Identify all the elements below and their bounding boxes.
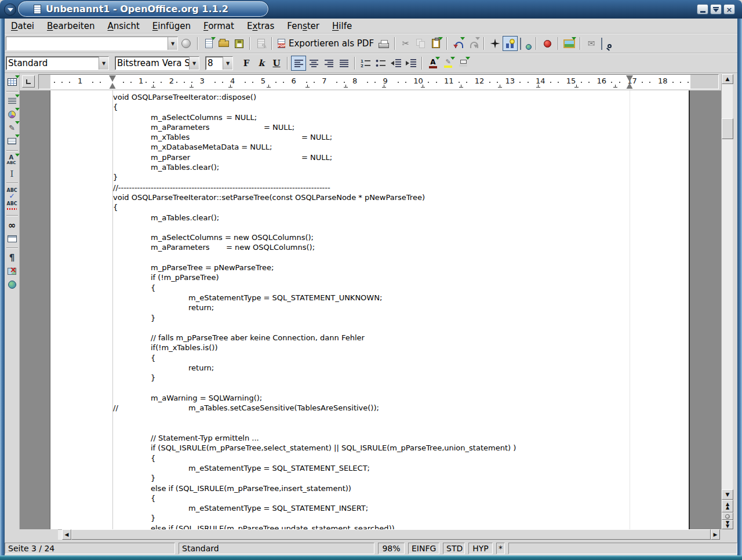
italic-button[interactable]: k — [254, 56, 269, 71]
url-dropdown-button[interactable]: ▼ — [168, 37, 177, 50]
status-insert-mode[interactable]: EINFG — [408, 543, 439, 554]
redo-button[interactable] — [465, 36, 481, 51]
bold-button[interactable]: F — [239, 56, 254, 71]
font-name-combobox[interactable]: Bitstream Vera S ▼ — [115, 56, 199, 70]
menu-extras[interactable]: Extras — [241, 20, 281, 32]
scroll-right-button[interactable]: ▶ — [711, 529, 720, 540]
undo-button[interactable] — [450, 36, 465, 51]
menu-einfuegen[interactable]: Einfügen — [146, 20, 197, 32]
menu-bearbeiten[interactable]: Bearbeiten — [41, 20, 101, 32]
edit-file-button[interactable] — [253, 36, 268, 51]
titlebar[interactable]: Unbenannt1 - OpenOffice.org 1.1.2 × — [0, 0, 742, 19]
export-pdf-button[interactable]: Exportieren als PDF — [275, 36, 376, 51]
cut-button[interactable]: ✂ — [398, 36, 413, 51]
menu-hilfe[interactable]: Hilfe — [326, 20, 358, 32]
vertical-scroll-thumb[interactable] — [722, 118, 733, 139]
font-color-button[interactable]: A — [425, 56, 441, 71]
navigator-button[interactable] — [488, 36, 503, 51]
print-button[interactable] — [376, 36, 391, 51]
paste-button[interactable] — [428, 36, 443, 51]
hyperlink-dialog-button[interactable] — [518, 36, 533, 51]
underline-button[interactable]: U — [269, 56, 284, 71]
send-mail-button[interactable]: ✉ — [584, 36, 599, 51]
ruler-tick-dot — [306, 82, 307, 83]
menu-datei[interactable]: Datei — [5, 20, 41, 32]
numbered-list-button[interactable]: 12 — [358, 56, 373, 71]
ruler-number: 7 — [322, 77, 326, 85]
ruler-tick-dot — [336, 82, 337, 83]
minimize-button[interactable] — [697, 4, 708, 14]
next-page-button[interactable]: ▼▼ — [722, 520, 733, 529]
document-page[interactable]: void OSQLParseTreeIterator::dispose() { … — [50, 90, 690, 529]
bullet-list-button[interactable] — [373, 56, 388, 71]
left-indent-marker[interactable] — [109, 75, 116, 89]
scroll-down-button[interactable]: ▼ — [722, 489, 733, 500]
find-replace-button[interactable]: ∞ — [5, 219, 19, 232]
insert-table-button[interactable] — [5, 75, 19, 89]
status-hyperlink-mode[interactable]: HYP — [468, 543, 493, 554]
horizontal-scroll-thumb[interactable] — [71, 529, 711, 540]
insert-object-button[interactable] — [5, 108, 19, 121]
url-input[interactable] — [6, 37, 168, 50]
font-size-dropdown[interactable]: ▼ — [223, 57, 232, 70]
decrease-indent-button[interactable] — [388, 56, 403, 71]
save-button[interactable] — [231, 36, 246, 51]
new-document-button[interactable] — [201, 36, 216, 51]
previous-page-button[interactable]: ▲▲ — [722, 500, 733, 512]
url-combobox[interactable]: ▼ — [6, 37, 178, 50]
scroll-up-button[interactable]: ▲ — [722, 74, 733, 84]
ruler-tick-dot — [283, 82, 284, 83]
increase-indent-button[interactable] — [403, 56, 419, 71]
toolbar-separator — [394, 37, 395, 50]
menu-ansicht[interactable]: Ansicht — [101, 20, 146, 32]
status-page-style[interactable]: Standard — [179, 543, 374, 554]
background-color-button[interactable] — [456, 56, 471, 71]
paragraph-style-dropdown[interactable]: ▼ — [99, 57, 108, 70]
status-page-number[interactable]: Seite 3 / 24 — [5, 543, 175, 554]
align-right-button[interactable] — [321, 56, 336, 71]
page-preview-button[interactable] — [599, 36, 614, 51]
draw-functions-button[interactable]: ✎ — [5, 121, 19, 134]
background-color-icon — [459, 60, 467, 67]
scroll-left-button[interactable]: ◀ — [62, 529, 71, 540]
font-name-dropdown[interactable]: ▼ — [189, 57, 199, 70]
undo-icon — [454, 40, 463, 48]
close-button[interactable]: × — [723, 4, 735, 14]
highlighting-button[interactable]: ✎ — [441, 56, 456, 71]
direct-cursor-button[interactable]: I — [5, 167, 19, 180]
graphics-on-off-button[interactable] — [5, 264, 19, 278]
horizontal-scrollbar[interactable]: ◀ ▶ — [5, 529, 733, 540]
tab-type-selector-button[interactable] — [22, 75, 35, 88]
align-left-button[interactable] — [291, 56, 306, 71]
auto-spellcheck-button[interactable] — [5, 199, 19, 213]
menu-format[interactable]: Format — [197, 20, 241, 32]
insert-fields-button[interactable] — [5, 94, 19, 108]
nonprinting-characters-button[interactable]: ¶ — [5, 251, 19, 264]
copy-button[interactable] — [413, 36, 428, 51]
ruler-scale[interactable]: 1123456789101112131415161718 — [38, 74, 719, 89]
paragraph-style-combobox[interactable]: Standard ▼ — [6, 56, 109, 70]
spellcheck-button[interactable] — [5, 186, 19, 199]
status-zoom-level[interactable]: 98% — [378, 543, 405, 554]
open-button[interactable] — [216, 36, 231, 51]
data-sources-button[interactable] — [5, 232, 19, 245]
online-layout-button[interactable] — [5, 278, 19, 291]
autotext-icon — [7, 155, 17, 165]
vertical-scrollbar[interactable]: ▲ ▼ ▲▲ ▼▼ — [721, 74, 733, 529]
maximize-button[interactable] — [710, 4, 722, 14]
gallery-button[interactable] — [562, 36, 577, 51]
document-text[interactable]: void OSQLParseTreeIterator::dispose() { … — [113, 92, 516, 529]
stylist-button[interactable] — [503, 36, 518, 51]
font-size-combobox[interactable]: 8 ▼ — [205, 56, 233, 70]
menu-fenster[interactable]: Fenster — [281, 20, 326, 32]
record-button[interactable] — [540, 36, 555, 51]
navigation-button[interactable] — [722, 512, 733, 520]
autotext-button[interactable] — [5, 154, 19, 167]
status-selection-mode[interactable]: STD — [443, 543, 465, 554]
window-menu-button[interactable] — [4, 3, 16, 16]
align-justify-button[interactable] — [336, 56, 351, 71]
right-indent-marker[interactable] — [626, 75, 633, 89]
stop-loading-button[interactable] — [181, 39, 191, 48]
form-functions-button[interactable] — [5, 134, 19, 148]
align-center-button[interactable] — [306, 56, 321, 71]
